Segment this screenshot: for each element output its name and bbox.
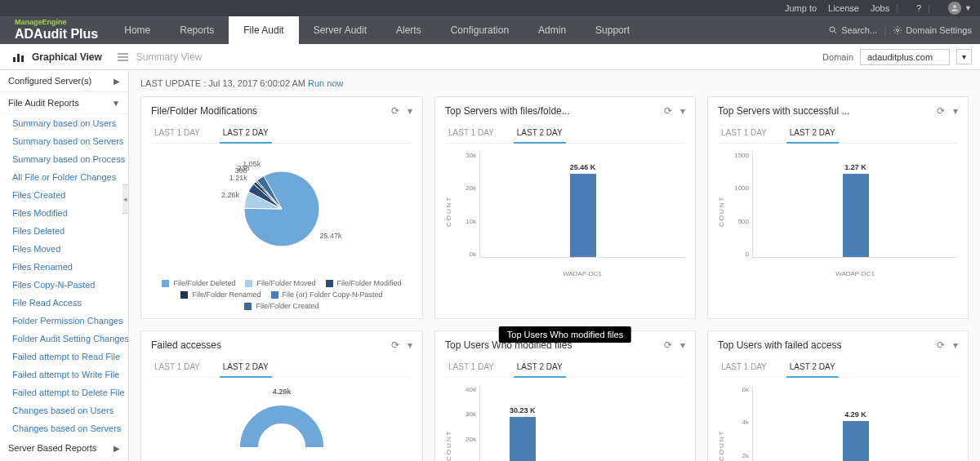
refresh-icon[interactable]: ⟳	[937, 105, 945, 117]
y-tick: 1500	[728, 152, 749, 159]
tab-last1[interactable]: LAST 1 DAY	[718, 357, 770, 377]
sidebar-item[interactable]: Files Copy-N-Pasted	[0, 276, 128, 294]
sidebar-item[interactable]: File Read Access	[0, 294, 128, 312]
graphical-view-toggle[interactable]: Graphical View	[12, 51, 102, 63]
legend-item[interactable]: File/Folder Created	[244, 302, 318, 310]
sidebar-section[interactable]: Configured Server(s)▶	[0, 70, 128, 92]
chevron-down-icon[interactable]: ▼	[964, 4, 972, 12]
search-button[interactable]: Search...	[828, 25, 877, 35]
menu-icon[interactable]: ▾	[680, 339, 685, 351]
plot-area: 4.29 K	[752, 386, 958, 461]
nav-admin[interactable]: Admin	[523, 16, 581, 44]
tab-last1[interactable]: LAST 1 DAY	[151, 357, 203, 377]
svg-point-0	[953, 5, 956, 8]
nav-support[interactable]: Support	[581, 16, 644, 44]
nav-server-audit[interactable]: Server Audit	[299, 16, 381, 44]
sidebar-item[interactable]: Files Created	[0, 186, 128, 204]
plot-area: 30.23 K2629	[479, 386, 685, 461]
last-update-prefix: LAST UPDATE :	[140, 78, 208, 88]
legend-item[interactable]: File/Folder Moved	[245, 279, 315, 287]
sidebar-item[interactable]: Failed attempt to Write File	[0, 366, 128, 383]
domain-settings-label: Domain Settings	[906, 25, 972, 35]
domain-dropdown-button[interactable]: ▾	[956, 49, 972, 64]
legend-item[interactable]: File (or) Folder Copy-N-Pasted	[271, 290, 383, 299]
menu-icon[interactable]: ▾	[408, 105, 412, 117]
sidebar-collapse-handle[interactable]: ◂	[122, 184, 129, 214]
tab-last1[interactable]: LAST 1 DAY	[151, 123, 203, 143]
sidebar-item[interactable]: Folder Audit Setting Changes(SACL)	[0, 330, 128, 348]
domain-select[interactable]: adauditplus.com	[860, 49, 950, 65]
jobs-link[interactable]: Jobs	[871, 3, 889, 13]
sidebar-section[interactable]: Server Based Reports▶	[0, 437, 128, 459]
svg-point-1	[830, 27, 835, 32]
jump-to-link[interactable]: Jump to	[785, 3, 817, 13]
license-link[interactable]: License	[828, 3, 859, 13]
bar[interactable]	[510, 417, 536, 461]
y-tick: 500	[728, 218, 749, 225]
tab-last2[interactable]: LAST 2 DAY	[786, 357, 839, 378]
tab-last1[interactable]: LAST 1 DAY	[445, 123, 497, 143]
nav-alerts[interactable]: Alerts	[381, 16, 436, 44]
bar-chart: COUNT1500100050001.27 KWADAP-DC1	[718, 152, 958, 277]
sidebar-item[interactable]: Summary based on Servers	[0, 132, 128, 150]
sidebar-item[interactable]: Files Deleted	[0, 222, 128, 240]
sidebar-item[interactable]: Files Renamed	[0, 258, 128, 276]
bar[interactable]	[843, 174, 869, 257]
legend-swatch	[162, 280, 169, 287]
card-title: Top Servers with files/folde...	[445, 105, 570, 117]
refresh-icon[interactable]: ⟳	[937, 339, 945, 351]
pie-slice-label: 25.47k	[320, 232, 342, 240]
menu-icon[interactable]: ▾	[953, 105, 958, 117]
run-now-link[interactable]: Run now	[308, 78, 343, 88]
y-axis-label: COUNT	[718, 386, 728, 461]
domain-settings-button[interactable]: Domain Settings	[893, 25, 972, 35]
nav-home[interactable]: Home	[109, 16, 165, 44]
help-link[interactable]: ?	[916, 3, 921, 13]
tab-last2[interactable]: LAST 2 DAY	[514, 357, 566, 378]
sidebar-section[interactable]: File Audit Reports▼	[0, 92, 128, 114]
sidebar-item[interactable]: All File or Folder Changes	[0, 168, 128, 186]
sidebar-item[interactable]: Folder Permission Changes	[0, 312, 128, 330]
tab-last1[interactable]: LAST 1 DAY	[718, 123, 770, 143]
nav-reports[interactable]: Reports	[165, 16, 229, 44]
y-tick: 0	[728, 250, 749, 258]
menu-icon[interactable]: ▾	[408, 339, 412, 351]
legend-item[interactable]: File/Folder Modified	[326, 279, 402, 287]
chart-icon	[12, 51, 25, 63]
nav-file-audit[interactable]: File Audit	[229, 16, 298, 44]
donut-label: 4.29k	[273, 388, 292, 396]
tab-last2[interactable]: LAST 2 DAY	[514, 123, 566, 144]
refresh-icon[interactable]: ⟳	[664, 105, 672, 117]
bar[interactable]	[570, 174, 596, 257]
tab-last2[interactable]: LAST 2 DAY	[786, 123, 839, 144]
refresh-icon[interactable]: ⟳	[664, 339, 672, 351]
card-title: Failed accesses	[151, 339, 221, 351]
tab-last1[interactable]: LAST 1 DAY	[445, 357, 497, 377]
tab-last2[interactable]: LAST 2 DAY	[220, 123, 272, 144]
summary-view-toggle[interactable]: Summary View	[117, 51, 202, 63]
card-title: File/Folder Modifications	[151, 105, 257, 117]
svg-point-3	[897, 29, 899, 32]
refresh-icon[interactable]: ⟳	[391, 339, 399, 351]
sidebar-item[interactable]: Changes based on Servers	[0, 419, 128, 437]
nav-configuration[interactable]: Configuration	[436, 16, 523, 44]
legend-item[interactable]: File/Folder Renamed	[180, 290, 261, 299]
sidebar-item[interactable]: Summary based on Users	[0, 114, 128, 132]
x-labels: WADAP-DC1	[752, 270, 958, 277]
menu-icon[interactable]: ▾	[953, 339, 958, 351]
tab-last2[interactable]: LAST 2 DAY	[220, 357, 272, 378]
legend-item[interactable]: File/Folder Deleted	[162, 279, 235, 287]
sidebar-item[interactable]: Failed attempt to Delete File	[0, 383, 128, 401]
sidebar-item[interactable]: Files Moved	[0, 240, 128, 258]
sidebar-item[interactable]: Failed attempt to Read File	[0, 348, 128, 366]
sidebar-item[interactable]: Summary based on Process	[0, 150, 128, 168]
user-avatar[interactable]	[948, 2, 961, 15]
sidebar-item[interactable]: Changes based on Users	[0, 401, 128, 419]
topbar: Jump to License Jobs | ? | ▼	[0, 0, 980, 16]
sidebar-item[interactable]: Files Modified	[0, 204, 128, 222]
refresh-icon[interactable]: ⟳	[391, 105, 399, 117]
bar[interactable]	[843, 421, 869, 461]
menu-icon[interactable]: ▾	[680, 105, 685, 117]
brand: ManageEngine ADAudit Plus	[0, 20, 109, 41]
search-icon	[828, 25, 838, 35]
